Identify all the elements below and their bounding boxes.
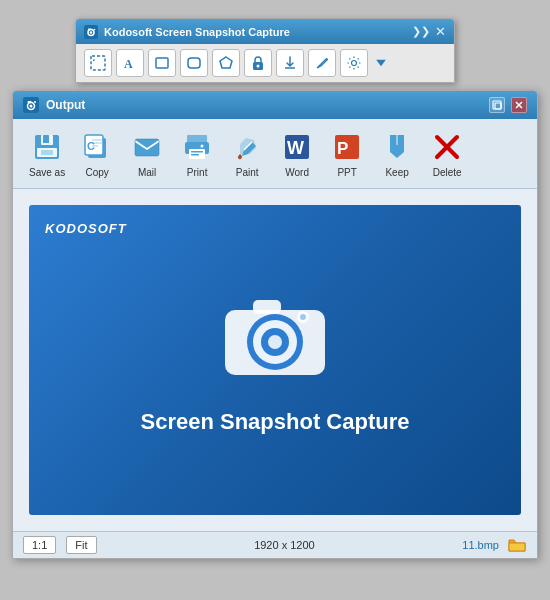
output-title-icon: [23, 97, 39, 113]
svg-rect-22: [495, 103, 501, 109]
camera-icon: [215, 285, 335, 389]
word-label: Word: [285, 167, 309, 178]
dimensions-indicator: 1920 x 1200: [107, 539, 463, 551]
svg-point-20: [34, 101, 36, 103]
lock-tool-btn[interactable]: [244, 49, 272, 77]
print-icon: [179, 129, 215, 165]
fit-indicator: Fit: [66, 536, 96, 554]
main-output-window: Output Save as: [12, 90, 538, 559]
top-titlebar: Kodosoft Screen Snapshot Capture ❯❯ ✕: [76, 19, 454, 44]
svg-rect-19: [28, 101, 32, 103]
mail-icon: [129, 129, 165, 165]
svg-rect-5: [91, 56, 105, 70]
word-button[interactable]: W Word: [273, 125, 321, 182]
svg-point-40: [201, 145, 204, 148]
svg-text:W: W: [287, 138, 304, 158]
delete-button[interactable]: Delete: [423, 125, 471, 182]
svg-rect-8: [188, 58, 200, 68]
ppt-button[interactable]: P PPT: [323, 125, 371, 182]
copy-icon: C: [79, 129, 115, 165]
paint-button[interactable]: Paint: [223, 125, 271, 182]
top-collapse-btn[interactable]: ❯❯: [412, 25, 430, 38]
svg-rect-3: [88, 28, 91, 30]
svg-point-11: [257, 65, 260, 68]
polygon-tool-btn[interactable]: [212, 49, 240, 77]
copy-label: Copy: [85, 167, 108, 178]
print-label: Print: [187, 167, 208, 178]
close-btn[interactable]: [511, 97, 527, 113]
delete-label: Delete: [433, 167, 462, 178]
svg-point-14: [352, 61, 357, 66]
save-as-button[interactable]: Save as: [23, 125, 71, 182]
top-title-left: Kodosoft Screen Snapshot Capture: [84, 25, 290, 39]
keep-label: Keep: [385, 167, 408, 178]
keep-button[interactable]: Keep: [373, 125, 421, 182]
svg-marker-15: [376, 60, 386, 66]
preview-title: Screen Snapshot Capture: [141, 409, 410, 435]
paint-label: Paint: [236, 167, 259, 178]
top-close-btn[interactable]: ✕: [435, 24, 446, 39]
mail-button[interactable]: Mail: [123, 125, 171, 182]
open-folder-button[interactable]: [507, 536, 527, 554]
svg-marker-9: [220, 57, 232, 68]
svg-rect-35: [187, 135, 207, 143]
svg-rect-33: [135, 139, 159, 156]
settings-tool-btn[interactable]: [340, 49, 368, 77]
svg-point-56: [300, 314, 306, 320]
filename-indicator: 11.bmp: [462, 539, 499, 551]
top-capture-window: Kodosoft Screen Snapshot Capture ❯❯ ✕ A: [75, 18, 455, 83]
svg-rect-27: [43, 135, 49, 143]
svg-rect-7: [156, 58, 168, 68]
top-toolbar-body: A: [76, 44, 454, 82]
mail-label: Mail: [138, 167, 156, 178]
dropdown-btn[interactable]: [372, 49, 390, 77]
word-icon: W: [279, 129, 315, 165]
pen-tool-btn[interactable]: [308, 49, 336, 77]
svg-rect-21: [493, 101, 501, 109]
save-icon: [29, 129, 65, 165]
ppt-label: PPT: [337, 167, 356, 178]
output-toolbar: Save as C Copy M: [13, 119, 537, 189]
copy-button[interactable]: C Copy: [73, 125, 121, 182]
output-window-title: Output: [46, 98, 85, 112]
main-title-controls: [489, 97, 527, 113]
restore-btn[interactable]: [489, 97, 505, 113]
svg-rect-29: [41, 150, 53, 155]
svg-point-53: [268, 335, 282, 349]
round-rect-tool-btn[interactable]: [180, 49, 208, 77]
svg-point-2: [90, 31, 92, 33]
svg-rect-39: [191, 154, 199, 156]
top-title-controls: ❯❯ ✕: [412, 24, 446, 39]
screenshot-preview: KODOSOFT: [29, 205, 521, 515]
select-region-btn[interactable]: [84, 49, 112, 77]
statusbar: 1:1 Fit 1920 x 1200 11.bmp: [13, 531, 537, 558]
top-window-title: Kodosoft Screen Snapshot Capture: [104, 26, 290, 38]
svg-text:A: A: [124, 57, 133, 71]
save-as-label: Save as: [29, 167, 65, 178]
camera-title-icon: [84, 25, 98, 39]
text-tool-btn[interactable]: A: [116, 49, 144, 77]
rect-tool-btn[interactable]: [148, 49, 176, 77]
content-area: KODOSOFT: [13, 189, 537, 531]
download-tool-btn[interactable]: [276, 49, 304, 77]
zoom-indicator: 1:1: [23, 536, 56, 554]
svg-point-4: [94, 28, 96, 30]
svg-point-18: [30, 105, 33, 108]
main-titlebar: Output: [13, 91, 537, 119]
main-title-left: Output: [23, 97, 85, 113]
svg-rect-54: [253, 300, 281, 314]
print-button[interactable]: Print: [173, 125, 221, 182]
paint-icon: [229, 129, 265, 165]
svg-text:P: P: [337, 139, 348, 158]
keep-icon: [379, 129, 415, 165]
ppt-icon: P: [329, 129, 365, 165]
brand-text: KODOSOFT: [45, 221, 127, 236]
delete-icon: [429, 129, 465, 165]
svg-rect-38: [191, 151, 203, 153]
